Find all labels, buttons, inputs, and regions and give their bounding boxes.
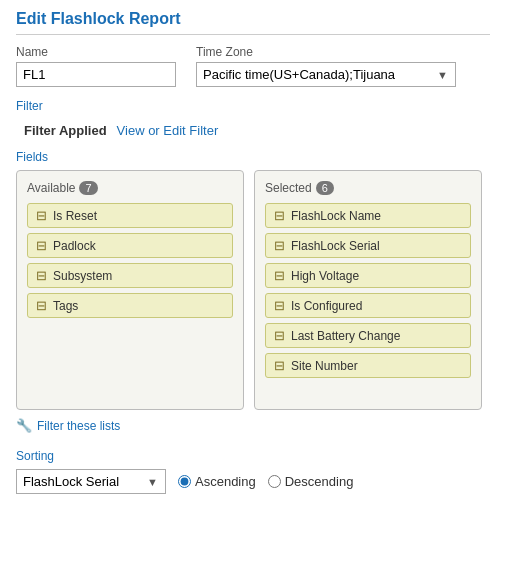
field-item-icon: ⊟ [274,358,285,373]
selected-count: 6 [316,181,334,195]
filter-section-label: Filter [16,99,490,113]
selected-item[interactable]: ⊟ FlashLock Serial [265,233,471,258]
field-item-label: Tags [53,299,78,313]
field-item-label: Padlock [53,239,96,253]
ascending-label: Ascending [195,474,256,489]
filter-applied-label: Filter Applied [24,123,107,138]
selected-item[interactable]: ⊟ Is Configured [265,293,471,318]
selected-column: Selected 6 ⊟ FlashLock Name ⊟ FlashLock … [254,170,482,410]
available-item[interactable]: ⊟ Is Reset [27,203,233,228]
field-item-label: Subsystem [53,269,112,283]
selected-label: Selected [265,181,312,195]
field-item-icon: ⊟ [36,298,47,313]
fields-section-label: Fields [16,150,490,164]
field-item-label: FlashLock Serial [291,239,380,253]
selected-item[interactable]: ⊟ High Voltage [265,263,471,288]
available-column: Available 7 ⊟ Is Reset ⊟ Padlock ⊟ Subsy… [16,170,244,410]
field-item-label: Site Number [291,359,358,373]
ascending-option[interactable]: Ascending [178,474,256,489]
selected-item[interactable]: ⊟ Last Battery Change [265,323,471,348]
descending-radio[interactable] [268,475,281,488]
selected-item[interactable]: ⊟ FlashLock Name [265,203,471,228]
descending-option[interactable]: Descending [268,474,354,489]
field-item-icon: ⊟ [274,298,285,313]
timezone-select[interactable]: Pacific time(US+Canada);Tijuana Eastern … [196,62,456,87]
ascending-radio[interactable] [178,475,191,488]
field-item-label: Is Reset [53,209,97,223]
field-item-icon: ⊟ [274,328,285,343]
view-edit-filter-link[interactable]: View or Edit Filter [117,123,219,138]
descending-label: Descending [285,474,354,489]
field-item-icon: ⊟ [36,238,47,253]
field-item-label: Is Configured [291,299,362,313]
field-item-icon: ⊟ [274,208,285,223]
field-item-icon: ⊟ [36,208,47,223]
field-item-icon: ⊟ [36,268,47,283]
timezone-label: Time Zone [196,45,456,59]
available-count: 7 [79,181,97,195]
sorting-section-label: Sorting [16,449,490,463]
field-item-icon: ⊟ [274,268,285,283]
available-item[interactable]: ⊟ Tags [27,293,233,318]
name-label: Name [16,45,176,59]
field-item-label: High Voltage [291,269,359,283]
field-item-label: FlashLock Name [291,209,381,223]
available-label: Available [27,181,75,195]
name-input[interactable] [16,62,176,87]
selected-item[interactable]: ⊟ Site Number [265,353,471,378]
page-title: Edit Flashlock Report [16,10,490,35]
field-item-label: Last Battery Change [291,329,400,343]
available-item[interactable]: ⊟ Subsystem [27,263,233,288]
filter-lists-link[interactable]: Filter these lists [37,419,120,433]
sort-by-select[interactable]: FlashLock Name FlashLock Serial High Vol… [16,469,166,494]
available-item[interactable]: ⊟ Padlock [27,233,233,258]
field-item-icon: ⊟ [274,238,285,253]
filter-lists-icon: 🔧 [16,418,32,433]
